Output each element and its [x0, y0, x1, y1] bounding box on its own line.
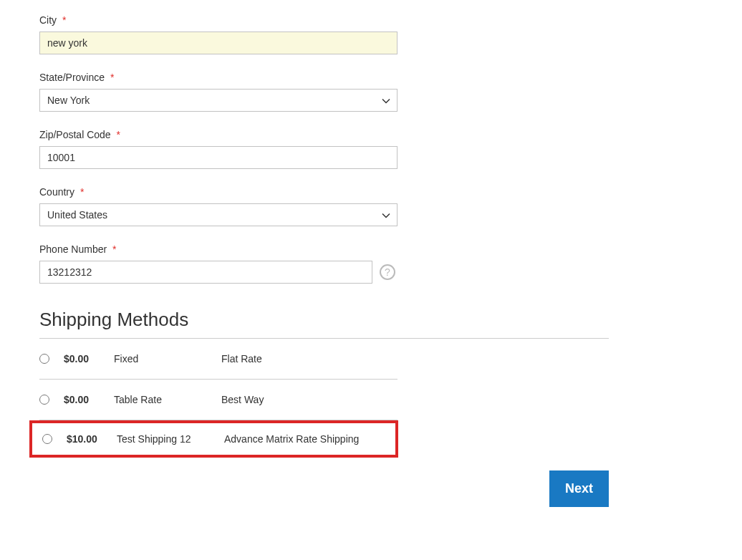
required-mark: *: [110, 72, 114, 83]
state-select[interactable]: New York: [39, 89, 398, 112]
zip-label-text: Zip/Postal Code: [39, 129, 111, 140]
phone-label: Phone Number *: [39, 243, 398, 255]
shipping-price: $0.00: [64, 353, 114, 365]
next-button[interactable]: Next: [549, 470, 609, 507]
country-field: Country * United States: [39, 186, 398, 226]
help-icon[interactable]: ?: [380, 264, 395, 280]
address-form: City * State/Province * New York Zip/Pos…: [39, 14, 398, 284]
shipping-name: Test Shipping 12: [117, 433, 224, 445]
country-select-wrapper: United States: [39, 203, 398, 226]
required-mark: *: [112, 243, 116, 255]
city-label: City *: [39, 14, 398, 26]
country-label-text: Country: [39, 186, 74, 198]
shipping-name: Fixed: [114, 353, 221, 365]
shipping-carrier: Advance Matrix Rate Shipping: [224, 433, 359, 445]
state-label: State/Province *: [39, 72, 398, 83]
state-field: State/Province * New York: [39, 72, 398, 112]
country-label: Country *: [39, 186, 398, 198]
shipping-radio-bestway[interactable]: [39, 395, 49, 405]
phone-field: Phone Number * ?: [39, 243, 398, 284]
required-mark: *: [117, 129, 120, 140]
shipping-carrier: Flat Rate: [221, 353, 262, 365]
shipping-methods-title: Shipping Methods: [39, 309, 609, 339]
phone-input-row: ?: [39, 261, 398, 284]
required-mark: *: [62, 14, 66, 26]
zip-label: Zip/Postal Code *: [39, 129, 398, 140]
required-mark: *: [80, 186, 84, 198]
phone-input[interactable]: [39, 261, 372, 284]
city-input[interactable]: [39, 32, 398, 54]
shipping-price: $0.00: [64, 394, 114, 405]
zip-field: Zip/Postal Code *: [39, 129, 398, 169]
shipping-method-row[interactable]: $10.00 Test Shipping 12 Advance Matrix R…: [42, 433, 395, 445]
shipping-method-row[interactable]: $0.00 Fixed Flat Rate: [39, 339, 398, 380]
action-bar: Next: [39, 470, 609, 507]
shipping-methods-section: Shipping Methods $0.00 Fixed Flat Rate $…: [39, 309, 609, 458]
city-field: City *: [39, 14, 398, 54]
shipping-name: Table Rate: [114, 394, 221, 405]
shipping-radio-matrix[interactable]: [42, 434, 52, 444]
phone-label-text: Phone Number: [39, 243, 107, 255]
shipping-radio-flatrate[interactable]: [39, 354, 49, 364]
state-select-wrapper: New York: [39, 89, 398, 112]
highlighted-shipping-option: $10.00 Test Shipping 12 Advance Matrix R…: [29, 420, 398, 458]
shipping-price: $10.00: [67, 433, 117, 445]
city-label-text: City: [39, 14, 57, 26]
shipping-carrier: Best Way: [221, 394, 264, 405]
shipping-method-row[interactable]: $0.00 Table Rate Best Way: [39, 380, 398, 420]
state-label-text: State/Province: [39, 72, 105, 83]
zip-input[interactable]: [39, 146, 398, 169]
country-select[interactable]: United States: [39, 203, 398, 226]
